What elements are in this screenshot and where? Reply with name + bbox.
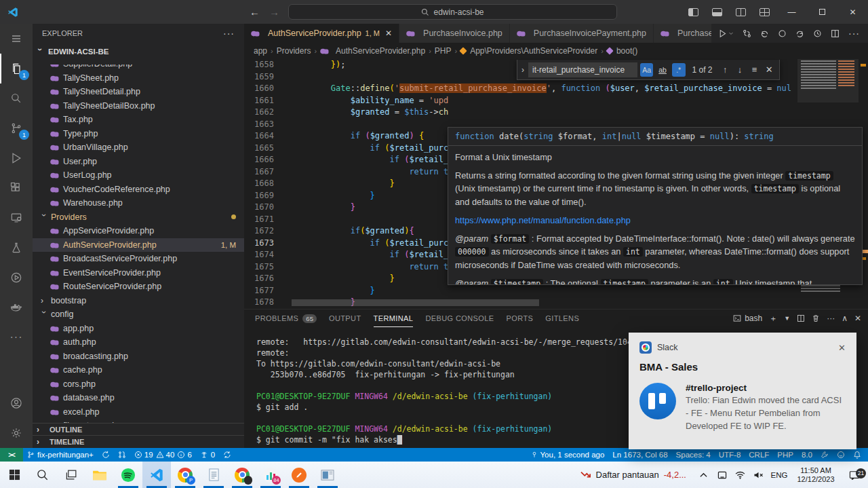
compare-changes-icon[interactable] [743, 29, 751, 38]
whole-word-toggle[interactable]: ab [656, 63, 669, 77]
orange-editor-button[interactable] [285, 462, 313, 488]
tab-AuthServiceProvider.php[interactable]: AuthServiceProvider.php1, M✕ [244, 24, 399, 43]
breadcrumb-item[interactable]: App\Providers\AuthServiceProvider [470, 46, 597, 56]
file-BroadcastServiceProvider.php[interactable]: BroadcastServiceProvider.php [33, 252, 244, 266]
gitlens-loop-icon[interactable] [219, 451, 235, 459]
panel-more-icon[interactable]: ··· [827, 314, 835, 323]
find-input[interactable]: it-retail_purchase_invoice [528, 62, 637, 77]
vscode-taskbar-button[interactable] [142, 462, 171, 488]
file-TallySheet.php[interactable]: TallySheet.php [33, 71, 244, 86]
match-case-toggle[interactable]: Aa [640, 63, 654, 77]
task-view-button[interactable] [57, 462, 85, 488]
file-AppServiceProvider.php[interactable]: AppServiceProvider.php [33, 224, 244, 238]
panel-tab-gitlens[interactable]: GITLENS [545, 309, 579, 327]
settings-gear-icon[interactable] [0, 418, 33, 448]
breadcrumb-item[interactable]: PHP [435, 46, 452, 56]
toggle-panel-icon[interactable] [712, 8, 722, 16]
timeline-section[interactable]: ›TIMELINE [33, 435, 244, 447]
wrench-icon[interactable] [816, 451, 833, 459]
maximize-button[interactable] [807, 0, 837, 24]
tab-PurchaseInvoice.php[interactable]: PurchaseInvoice.php [399, 24, 510, 43]
folder-Providers[interactable]: ›Providers [33, 210, 244, 225]
file-SupplierDetail.php[interactable]: SupplierDetail.php [33, 64, 244, 71]
feedback-icon[interactable] [833, 451, 849, 459]
file-cors.php[interactable]: cors.php [33, 377, 244, 392]
sidebar-item-testing[interactable] [0, 233, 33, 263]
file-AuthServiceProvider.php[interactable]: AuthServiceProvider.php1, M [33, 238, 244, 252]
cursor-position[interactable]: Ln 1673, Col 68 [608, 451, 671, 459]
snipping-tool-button[interactable] [313, 462, 342, 488]
eol-setting[interactable]: CRLF [745, 451, 773, 459]
clock[interactable]: 11:50 AM 12/12/2023 [791, 466, 841, 484]
new-terminal-icon[interactable]: ＋ [769, 313, 777, 324]
sync-changes-button[interactable] [98, 451, 114, 459]
language-mode[interactable]: PHP [773, 451, 797, 459]
command-center-search[interactable]: edwin-acsi-be [288, 4, 617, 20]
sidebar-item-search[interactable] [0, 83, 33, 113]
undo-icon[interactable] [760, 29, 769, 38]
file-app.php[interactable]: app.php [33, 322, 244, 336]
history-back-button[interactable]: ← [250, 6, 260, 18]
code-line-1661[interactable]: 1661 $ability_name = 'upd [244, 95, 868, 107]
taskbar-search-button[interactable] [28, 462, 57, 488]
file-explorer-button[interactable] [85, 462, 114, 488]
panel-tab-terminal[interactable]: TERMINAL [374, 309, 414, 327]
breadcrumb-item[interactable]: app [254, 46, 267, 56]
split-terminal-icon[interactable] [797, 314, 805, 322]
split-editor-icon[interactable] [831, 29, 840, 38]
start-button[interactable] [0, 462, 28, 488]
file-database.php[interactable]: database.php [33, 391, 244, 405]
more-actions-icon[interactable]: ··· [0, 322, 33, 352]
tray-expand-icon[interactable] [694, 472, 713, 478]
find-expand-icon[interactable]: › [521, 65, 524, 75]
breadcrumb-item[interactable]: AuthServiceProvider.php [336, 46, 425, 56]
file-auth.php[interactable]: auth.php [33, 335, 244, 350]
file-TallySheetDetail.php[interactable]: TallySheetDetail.php [33, 85, 244, 99]
sidebar-item-remote-explorer[interactable] [0, 203, 33, 233]
customize-layout-icon[interactable] [760, 8, 770, 16]
outline-section[interactable]: ›OUTLINE [33, 423, 244, 435]
sidebar-item-explorer[interactable]: 1 [0, 54, 33, 83]
minimize-button[interactable]: — [776, 0, 807, 24]
sidebar-item-run-circle[interactable] [0, 263, 33, 293]
account-icon[interactable] [0, 388, 33, 418]
file-UrbanVillage.php[interactable]: UrbanVillage.php [33, 140, 244, 155]
code-line-1677[interactable]: 1677 } [244, 285, 868, 297]
folder-bootstrap[interactable]: ›bootstrap [33, 294, 244, 308]
php-manual-link[interactable]: https://www.php.net/manual/function.date… [455, 214, 855, 227]
sidebar-item-docker[interactable] [0, 293, 33, 322]
volume-muted-icon[interactable] [749, 471, 768, 479]
toast-close-icon[interactable]: ✕ [838, 343, 846, 353]
code-line-1662[interactable]: 1662 $granted = $this->ch [244, 107, 868, 119]
panel-tab-problems[interactable]: PROBLEMS65 [255, 309, 317, 327]
tab-PurchaseInvoicePayment.php[interactable]: PurchaseInvoicePayment.php [510, 24, 654, 43]
indentation-setting[interactable]: Spaces: 4 [672, 451, 715, 459]
file-TallySheetDetailBox.php[interactable]: TallySheetDetailBox.php [33, 99, 244, 113]
panel-tab-ports[interactable]: PORTS [507, 309, 534, 327]
spotify-button[interactable] [114, 462, 142, 488]
breadcrumb-item[interactable]: Providers [277, 46, 311, 56]
problems-button[interactable]: 19 40 6 [130, 451, 196, 459]
find-in-selection-icon[interactable]: ≡ [749, 64, 761, 75]
wifi-icon[interactable] [731, 471, 749, 479]
action-center-button[interactable]: 21 [841, 470, 868, 480]
workspace-root[interactable]: › EDWIN-ACSI-BE [33, 44, 244, 59]
close-find-icon[interactable]: ✕ [763, 64, 775, 75]
maximize-panel-icon[interactable]: ∧ [842, 314, 848, 323]
panel-tab-debug-console[interactable]: DEBUG CONSOLE [425, 309, 494, 327]
toggle-sidebar-icon[interactable] [688, 8, 698, 16]
shell-selector[interactable]: bash [733, 314, 762, 323]
run-code-button[interactable] [718, 29, 734, 38]
breadcrumb-item[interactable]: boot() [616, 46, 637, 56]
next-match-icon[interactable]: ↓ [734, 64, 746, 75]
split-layout-icon[interactable] [736, 8, 746, 16]
php-version[interactable]: 8.0 [797, 451, 816, 459]
horizontal-scrollbar[interactable] [292, 299, 539, 306]
tablet-mode-icon[interactable] [713, 471, 731, 479]
file-excel.php[interactable]: excel.php [33, 405, 244, 419]
encoding-setting[interactable]: UTF-8 [715, 451, 745, 459]
stats-app-button[interactable]: 84 [256, 462, 285, 488]
notifications-bell-icon[interactable] [849, 451, 868, 459]
file-VoucherCodeReference.php[interactable]: VoucherCodeReference.php [33, 183, 244, 197]
chrome-profile2-button[interactable] [228, 462, 256, 488]
